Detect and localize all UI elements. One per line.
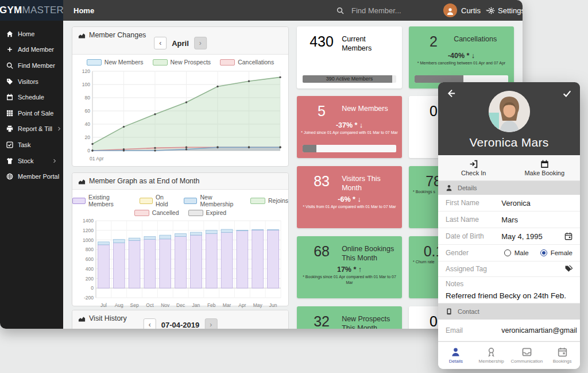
legend-item: New Membership: [184, 194, 241, 207]
sidebar-item-add-member[interactable]: Add Member: [0, 42, 63, 58]
tab-membership[interactable]: Membership: [474, 342, 509, 369]
svg-text:400: 400: [86, 266, 94, 272]
legend-swatch: [250, 198, 265, 204]
sidebar-item-home[interactable]: Home: [0, 26, 63, 42]
gear-icon: [488, 7, 495, 14]
month-label: April: [172, 39, 189, 48]
member-graph-title: Member Graph as at End of Month: [78, 177, 199, 185]
sidebar-item-point-of-sale[interactable]: Point of Sale: [0, 105, 63, 121]
sidebar-item-member-portal[interactable]: Member Portal: [0, 168, 63, 184]
sidebar-item-label: Home: [18, 30, 34, 37]
svg-text:20: 20: [85, 134, 91, 140]
card-value: 2: [413, 34, 454, 49]
svg-text:Jun: Jun: [269, 302, 277, 308]
legend-swatch: [153, 59, 168, 66]
email-label: Email: [446, 326, 501, 334]
sidebar-item-schedule[interactable]: Schedule: [0, 89, 63, 105]
sidebar-item-find-member[interactable]: Find Member: [0, 57, 63, 74]
svg-text:Jan: Jan: [192, 302, 200, 308]
svg-text:Apr: Apr: [238, 302, 246, 308]
sidebar-item-label: Find Member: [18, 62, 55, 69]
check-in-icon: [469, 160, 478, 168]
member-graph-legend-row2: CancelledExpired: [72, 209, 288, 216]
legend-swatch: [188, 210, 203, 216]
notes-field[interactable]: Notes Referred friend Becky on 24th Feb.: [438, 277, 580, 303]
card-value: 32: [301, 314, 342, 329]
member-changes-panel: Member Changes ‹ April › New MembersNew …: [72, 26, 289, 167]
last-name-field[interactable]: Last Name Mars: [438, 212, 580, 228]
sidebar-item-visitors[interactable]: Visitors: [0, 74, 63, 90]
plus-icon: [6, 46, 13, 53]
check-in-label: Check In: [461, 170, 486, 176]
next-month-button[interactable]: ›: [194, 37, 207, 49]
sidebar-item-stock[interactable]: Stock: [0, 153, 63, 169]
svg-text:800: 800: [86, 247, 94, 252]
tab-bookings[interactable]: Bookings: [544, 342, 580, 369]
task-icon: [6, 141, 13, 148]
svg-text:600: 600: [86, 256, 94, 262]
medal-icon: [486, 347, 496, 357]
top-header: GYMMASTER Home Curtis Settings: [0, 0, 523, 21]
user-menu[interactable]: Curtis: [443, 0, 490, 21]
person-icon: [451, 347, 461, 357]
legend-label: New Prospects: [171, 59, 211, 66]
gender-options: Male Female: [504, 249, 572, 256]
female-radio[interactable]: [540, 249, 547, 256]
next-date-button[interactable]: ›: [204, 318, 217, 329]
search-icon: [336, 7, 344, 14]
check-in-button[interactable]: Check In: [438, 155, 509, 180]
male-radio[interactable]: [504, 249, 511, 256]
settings-menu[interactable]: Settings: [488, 0, 523, 21]
last-name-value: Mars: [501, 216, 518, 224]
chevron-right-icon: [57, 126, 61, 131]
sidebar-item-label: Point of Sale: [18, 110, 53, 117]
prev-month-button[interactable]: ‹: [154, 37, 167, 49]
assigned-tag-field[interactable]: Assigned Tag: [438, 262, 580, 277]
sidebar-item-label: Report & Till: [18, 125, 52, 132]
prev-date-button[interactable]: ‹: [144, 318, 156, 329]
tab-communication[interactable]: Communication: [509, 342, 545, 369]
area-chart-icon: [78, 178, 86, 185]
email-field[interactable]: Email veronicamartian@gmail: [438, 320, 580, 341]
calendar-o-icon: [558, 347, 567, 357]
assigned-tag-label: Assigned Tag: [446, 265, 501, 273]
chat-icon: [522, 347, 532, 357]
panel-title-text: Visit History: [89, 314, 127, 322]
card-value: 83: [301, 174, 342, 193]
legend-label: Cancelled: [152, 209, 179, 216]
profile-tabs: DetailsMembershipCommunicationBookings: [438, 341, 580, 369]
first-name-label: First Name: [446, 199, 501, 207]
card-delta: -40% * ↓: [409, 52, 514, 60]
globe-icon: [6, 173, 13, 180]
dob-field[interactable]: Date of Birth May 4, 1995: [438, 228, 580, 245]
tab-details[interactable]: Details: [438, 342, 474, 369]
svg-text:Mar: Mar: [223, 302, 231, 308]
make-booking-button[interactable]: Make Booking: [509, 155, 581, 180]
back-arrow-icon[interactable]: [446, 89, 456, 98]
svg-text:80: 80: [85, 95, 91, 101]
card-note: * Members cancelling between 01 Apr and …: [409, 60, 514, 66]
calendar-icon[interactable]: [564, 232, 572, 240]
tags-icon[interactable]: [564, 265, 572, 273]
legend-label: Rejoins: [268, 197, 288, 204]
search-input[interactable]: [350, 6, 436, 16]
svg-text:May: May: [253, 302, 263, 308]
member-graph-legend-row1: Existing MembersOn HoldNew MembershipRej…: [72, 194, 288, 207]
contact-header-label: Contact: [458, 308, 479, 315]
sidebar-item-report-till[interactable]: Report & Till: [0, 121, 63, 137]
legend-item: New Prospects: [153, 59, 211, 66]
confirm-check-icon[interactable]: [562, 89, 572, 98]
svg-text:1000: 1000: [83, 237, 94, 243]
stat-card-new-members: 5New Members-37% * ↓* Joined since 01 Ap…: [297, 96, 402, 158]
card-title: New Members: [342, 103, 397, 118]
profile-actions: Check In Make Booking: [438, 155, 580, 181]
legend-label: New Members: [105, 59, 144, 66]
avatar: [443, 3, 457, 17]
calendar-icon: [6, 94, 13, 101]
sidebar-item-task[interactable]: Task: [0, 137, 63, 153]
home-icon: [6, 30, 13, 37]
sidebar-item-label: Task: [18, 141, 31, 148]
svg-text:Feb: Feb: [207, 302, 216, 308]
card-title: Cancellations: [454, 34, 509, 49]
first-name-field[interactable]: First Name Veronica: [438, 195, 580, 212]
